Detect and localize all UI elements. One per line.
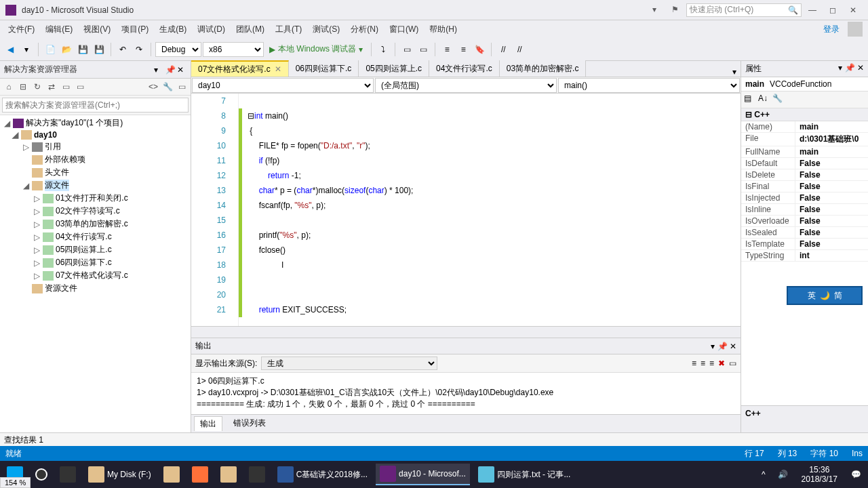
code-editor[interactable]: 789101112131415161718192021 ⊟int main() … bbox=[191, 94, 741, 326]
property-row[interactable]: FullNamemain bbox=[741, 146, 868, 158]
menu-test[interactable]: 测试(S) bbox=[307, 21, 345, 38]
project-node[interactable]: ◢day10 bbox=[0, 129, 191, 140]
editor-tab[interactable]: 05四则运算上.c bbox=[359, 60, 429, 77]
property-row[interactable]: Filed:\0301基础班\0 bbox=[741, 133, 868, 146]
taskbar-item[interactable]: C基础讲义2018修... bbox=[273, 464, 372, 485]
indent-icon[interactable]: ≡ bbox=[439, 42, 454, 57]
editor-tab[interactable]: 06四则运算下.c bbox=[289, 60, 359, 77]
taskbar-item[interactable]: My Disk (F:) bbox=[84, 464, 155, 485]
bookmark-icon[interactable]: 🔖 bbox=[472, 42, 487, 57]
config-select[interactable]: Debug bbox=[155, 42, 201, 57]
step-button[interactable]: ⤵ bbox=[376, 42, 391, 57]
toolbar-icon[interactable]: ≡ bbox=[709, 359, 714, 368]
source-file[interactable]: ▷02文件字符读写.c bbox=[0, 205, 191, 218]
wrench-icon[interactable]: 🔧 bbox=[161, 81, 174, 93]
solution-tree[interactable]: ◢解决方案"day10"(1 个项目) ◢day10 ▷引用 外部依赖项 头文件… bbox=[0, 115, 191, 432]
save-all-button[interactable]: 💾 bbox=[92, 42, 106, 57]
ime-toolbar[interactable]: 英 🌙 简 bbox=[787, 286, 863, 305]
outdent-icon[interactable]: ≡ bbox=[456, 42, 471, 57]
uncomment-icon[interactable]: // bbox=[512, 42, 527, 57]
editor-tab[interactable]: 07文件格式化读写.c✕ bbox=[191, 60, 289, 77]
tray-icon[interactable]: ^ bbox=[757, 464, 770, 485]
tabs-dropdown-icon[interactable]: ▾ bbox=[728, 67, 741, 77]
dropdown-icon[interactable]: ▾ bbox=[838, 63, 842, 73]
taskbar-item[interactable]: 四则运算.txt - 记事... bbox=[474, 464, 575, 485]
quick-launch-input[interactable]: 快速启动 (Ctrl+Q) 🔍 bbox=[686, 3, 802, 17]
menu-file[interactable]: 文件(F) bbox=[3, 21, 40, 38]
dropdown-icon[interactable]: ▾ bbox=[711, 342, 715, 351]
more-icon[interactable]: ▭ bbox=[176, 81, 188, 93]
home-icon[interactable]: ⌂ bbox=[3, 81, 15, 93]
property-row[interactable]: TypeStringint bbox=[741, 250, 868, 262]
nav-project-select[interactable]: day10 bbox=[192, 78, 374, 93]
tray-icon[interactable]: 🔊 bbox=[774, 464, 792, 485]
property-row[interactable]: IsOverloadeFalse bbox=[741, 216, 868, 227]
sources-node[interactable]: ◢源文件 bbox=[0, 179, 191, 192]
menu-tools[interactable]: 工具(T) bbox=[270, 21, 307, 38]
maximize-button[interactable]: ◻ bbox=[823, 3, 842, 17]
forward-button[interactable]: ▾ bbox=[19, 42, 34, 57]
show-all-icon[interactable]: ▭ bbox=[60, 81, 72, 93]
toolbar-icon[interactable]: ▭ bbox=[729, 359, 736, 368]
property-row[interactable]: IsInlineFalse bbox=[741, 204, 868, 216]
nav-function-select[interactable]: main() bbox=[558, 78, 740, 93]
user-avatar[interactable] bbox=[848, 22, 863, 37]
open-button[interactable]: 📂 bbox=[59, 42, 74, 57]
notifications-icon[interactable]: 💬 bbox=[847, 464, 865, 485]
property-row[interactable]: (Name)main bbox=[741, 121, 868, 133]
login-link[interactable]: 登录 bbox=[818, 21, 845, 38]
back-button[interactable]: ◀ bbox=[3, 42, 18, 57]
undo-button[interactable]: ↶ bbox=[115, 42, 130, 57]
close-icon[interactable]: ✕ bbox=[275, 64, 281, 74]
taskbar-item[interactable] bbox=[245, 464, 269, 485]
notification-icon[interactable]: ▾ bbox=[652, 5, 663, 16]
property-row[interactable]: IsTemplateFalse bbox=[741, 239, 868, 250]
editor-tab[interactable]: 04文件行读写.c bbox=[429, 60, 500, 77]
refresh-icon[interactable]: ↻ bbox=[31, 81, 43, 93]
properties-object[interactable]: main VCCodeFunction bbox=[741, 77, 868, 92]
refs-node[interactable]: ▷引用 bbox=[0, 140, 191, 153]
horizontal-scrollbar[interactable]: 154 % bbox=[191, 326, 741, 338]
sync-icon[interactable]: ⇄ bbox=[45, 81, 58, 93]
properties-icon[interactable]: ▭ bbox=[74, 81, 86, 93]
source-file[interactable]: ▷06四则运算下.c bbox=[0, 256, 191, 269]
menu-project[interactable]: 项目(P) bbox=[116, 21, 154, 38]
close-icon[interactable]: ✕ bbox=[857, 63, 864, 73]
close-icon[interactable]: ✕ bbox=[730, 342, 736, 351]
resources-node[interactable]: 资源文件 bbox=[0, 282, 191, 295]
redo-button[interactable]: ↷ bbox=[132, 42, 146, 57]
source-file[interactable]: ▷07文件格式化读写.c bbox=[0, 269, 191, 282]
output-text[interactable]: 1> 06四则运算下.c 1> day10.vcxproj -> D:\0301… bbox=[191, 373, 741, 414]
explorer-search-input[interactable] bbox=[2, 98, 189, 113]
taskbar-item[interactable]: day10 - Microsof... bbox=[376, 464, 470, 485]
close-icon[interactable]: ✕ bbox=[177, 65, 186, 75]
wrench-icon[interactable]: 🔧 bbox=[772, 94, 785, 106]
code-content[interactable]: ⊟int main() { FILE* fp = fopen("D:/a.txt… bbox=[242, 94, 741, 326]
menu-edit[interactable]: 编辑(E) bbox=[40, 21, 78, 38]
feedback-icon[interactable]: ⚑ bbox=[671, 5, 682, 16]
start-debug-button[interactable]: ▶ 本地 Windows 调试器 ▾ bbox=[265, 43, 367, 55]
toolbar-icon[interactable]: ≡ bbox=[692, 359, 696, 368]
taskbar-item[interactable] bbox=[159, 464, 184, 485]
headers-node[interactable]: 头文件 bbox=[0, 166, 191, 179]
menu-analyze[interactable]: 分析(N) bbox=[345, 21, 384, 38]
nav-scope-select[interactable]: (全局范围) bbox=[375, 78, 557, 93]
property-row[interactable]: IsDeleteFalse bbox=[741, 169, 868, 181]
menu-help[interactable]: 帮助(H) bbox=[424, 21, 462, 38]
menu-build[interactable]: 生成(B) bbox=[154, 21, 192, 38]
output-tab[interactable]: 输出 bbox=[194, 416, 222, 431]
pin-icon[interactable]: 📌 bbox=[845, 63, 855, 73]
toolbar-icon[interactable]: ▭ bbox=[399, 42, 414, 57]
close-button[interactable]: ✕ bbox=[844, 3, 863, 17]
collapse-icon[interactable]: ⊟ bbox=[17, 81, 29, 93]
menu-debug[interactable]: 调试(D) bbox=[192, 21, 231, 38]
error-list-tab[interactable]: 错误列表 bbox=[228, 416, 271, 431]
property-category[interactable]: ⊟ C++ bbox=[741, 108, 868, 121]
property-row[interactable]: IsInjectedFalse bbox=[741, 192, 868, 204]
external-node[interactable]: 外部依赖项 bbox=[0, 153, 191, 166]
clear-icon[interactable]: ✖ bbox=[718, 359, 725, 368]
taskbar-item[interactable] bbox=[216, 464, 241, 485]
source-file[interactable]: ▷01文件打开和关闭.c bbox=[0, 192, 191, 205]
task-view-button[interactable] bbox=[56, 464, 80, 485]
property-row[interactable]: IsDefaultFalse bbox=[741, 158, 868, 169]
